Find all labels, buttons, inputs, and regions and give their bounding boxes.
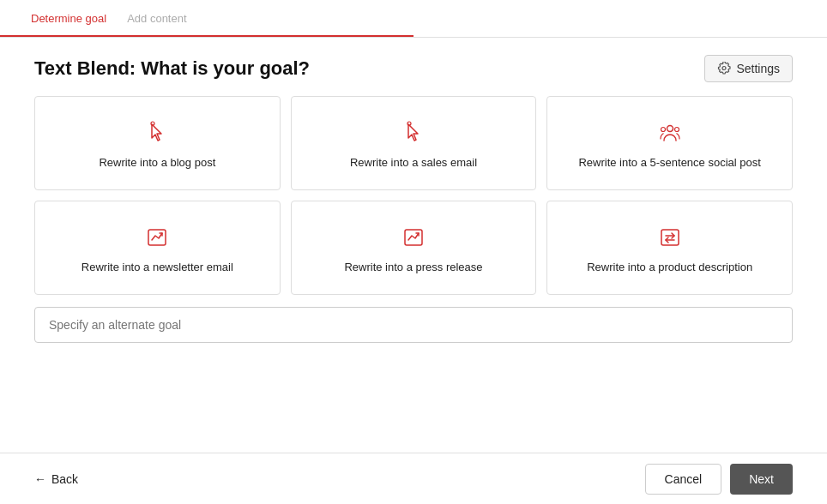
card-product-description-label: Rewrite into a product description: [587, 260, 752, 275]
card-blog-post-label: Rewrite into a blog post: [99, 155, 215, 171]
settings-button[interactable]: Settings: [704, 55, 793, 82]
card-press-release[interactable]: Rewrite into a press release: [291, 201, 537, 295]
alternate-goal-section: [0, 307, 827, 343]
svg-point-4: [674, 127, 679, 131]
back-button[interactable]: ← Back: [34, 472, 78, 486]
progress-line: [0, 35, 414, 37]
card-press-release-label: Rewrite into a press release: [344, 260, 482, 275]
card-social-post[interactable]: Rewrite into a 5-sentence social post: [546, 96, 793, 190]
card-sales-email-label: Rewrite into a sales email: [350, 155, 477, 171]
svg-point-5: [661, 127, 665, 131]
card-product-description[interactable]: Rewrite into a product description: [546, 201, 793, 295]
page-title: Text Blend: What is your goal?: [34, 57, 310, 80]
svg-point-0: [722, 67, 726, 70]
svg-point-3: [667, 125, 673, 131]
arrow-left-icon: ←: [34, 472, 46, 486]
alternate-goal-input[interactable]: [34, 307, 793, 343]
progress-bar: Determine goal Add content: [0, 0, 827, 38]
card-social-post-label: Rewrite into a 5-sentence social post: [578, 155, 760, 171]
chart-press-icon: [400, 224, 427, 251]
card-blog-post[interactable]: Rewrite into a blog post: [34, 96, 281, 190]
footer-actions: Cancel Next: [645, 464, 793, 495]
cursor-icon: [143, 119, 171, 147]
cancel-button[interactable]: Cancel: [645, 464, 722, 495]
svg-rect-8: [661, 230, 679, 245]
tab-add-content[interactable]: Add content: [117, 0, 196, 37]
card-sales-email[interactable]: Rewrite into a sales email: [291, 96, 537, 190]
settings-label: Settings: [736, 62, 780, 75]
card-newsletter-email[interactable]: Rewrite into a newsletter email: [34, 201, 281, 295]
chart-up-icon: [143, 224, 171, 251]
card-newsletter-email-label: Rewrite into a newsletter email: [81, 260, 233, 275]
tab-determine-goal[interactable]: Determine goal: [21, 0, 117, 37]
arrows-icon: [656, 224, 684, 251]
next-button[interactable]: Next: [730, 464, 793, 495]
footer: ← Back Cancel Next: [0, 453, 827, 504]
goal-cards-grid: Rewrite into a blog post Rewrite into a …: [0, 96, 827, 295]
gear-icon: [717, 62, 731, 75]
cursor-alt-icon: [400, 119, 427, 147]
page-header: Text Blend: What is your goal? Settings: [0, 38, 827, 96]
users-icon: [656, 119, 684, 147]
